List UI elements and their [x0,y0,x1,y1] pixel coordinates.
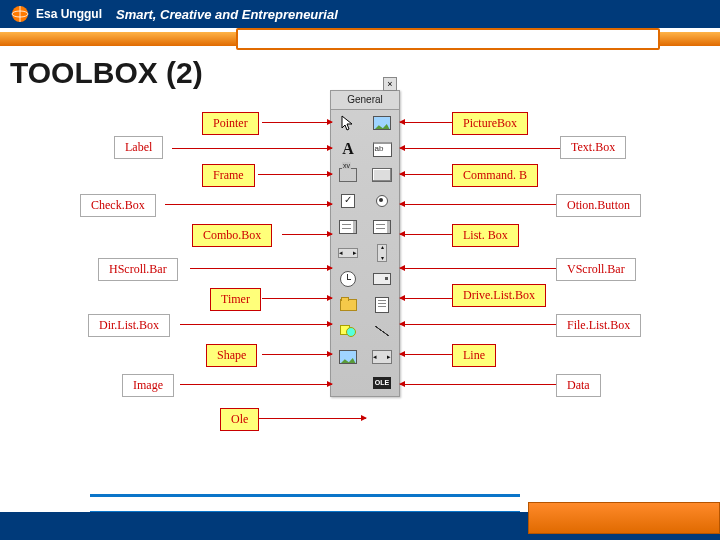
label-ole: Ole [220,408,259,431]
dirlistbox-icon[interactable] [331,292,365,318]
diagram-area: × General A ab ✓ ◂▸ ▴▾ [0,90,720,510]
label-drive: Drive.List.Box [452,284,546,307]
toolbox-panel: × General A ab ✓ ◂▸ ▴▾ [330,90,400,397]
slide-footer [0,496,720,540]
label-combo: Combo.Box [192,224,272,247]
label-picturebox: PictureBox [452,112,528,135]
vscrollbar-icon[interactable]: ▴▾ [365,240,399,266]
label-checkbox: Check.Box [80,194,156,217]
hscrollbar-icon[interactable]: ◂▸ [331,240,365,266]
globe-icon [10,4,30,24]
label-icon[interactable]: A [331,136,365,162]
line-icon[interactable] [365,318,399,344]
listbox-icon[interactable] [365,214,399,240]
picturebox-icon[interactable] [365,110,399,136]
combobox-icon[interactable] [331,214,365,240]
label-dirlist: Dir.List.Box [88,314,170,337]
tagline: Smart, Creative and Entrepreneurial [116,7,338,22]
university-name: Esa Unggul [36,7,102,21]
label-data: Data [556,374,601,397]
optionbutton-icon[interactable] [365,188,399,214]
image-icon[interactable] [331,344,365,370]
close-icon[interactable]: × [383,77,397,91]
label-line: Line [452,344,496,367]
data-icon[interactable]: ◂▸ [365,344,399,370]
label-frame: Frame [202,164,255,187]
label-hscroll: HScroll.Bar [98,258,178,281]
page-title: TOOLBOX (2) [0,52,720,90]
header-accent [0,28,720,52]
drivelistbox-icon[interactable] [365,266,399,292]
label-textbox: Text.Box [560,136,626,159]
commandbutton-icon[interactable] [365,162,399,188]
checkbox-icon[interactable]: ✓ [331,188,365,214]
textbox-icon[interactable]: ab [365,136,399,162]
label-vscroll: VScroll.Bar [556,258,636,281]
slide-header: Esa Unggul Smart, Creative and Entrepren… [0,0,720,28]
label-label: Label [114,136,163,159]
label-pointer: Pointer [202,112,259,135]
toolbox-title: General [331,91,399,110]
pointer-icon[interactable] [331,110,365,136]
label-image: Image [122,374,174,397]
label-filelist: File.List.Box [556,314,641,337]
ole-icon[interactable]: OLE [365,370,399,396]
shape-icon[interactable] [331,318,365,344]
filelistbox-icon[interactable] [365,292,399,318]
label-shape: Shape [206,344,257,367]
label-cmd: Command. B [452,164,538,187]
label-listbox: List. Box [452,224,519,247]
university-logo: Esa Unggul [0,4,102,24]
frame-icon[interactable] [331,162,365,188]
label-option: Otion.Button [556,194,641,217]
label-timer: Timer [210,288,261,311]
timer-icon[interactable] [331,266,365,292]
